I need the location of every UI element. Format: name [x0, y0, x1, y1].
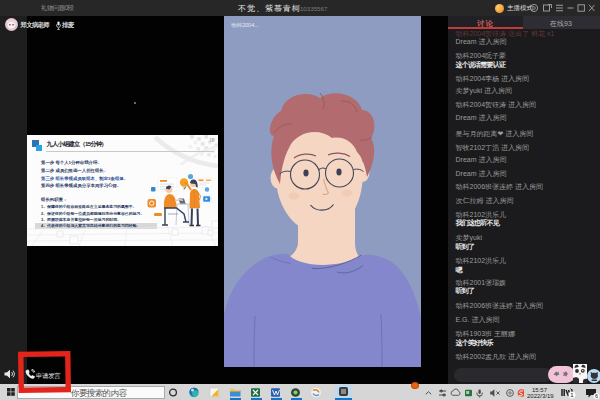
svg-text:6: 6 — [595, 393, 598, 399]
